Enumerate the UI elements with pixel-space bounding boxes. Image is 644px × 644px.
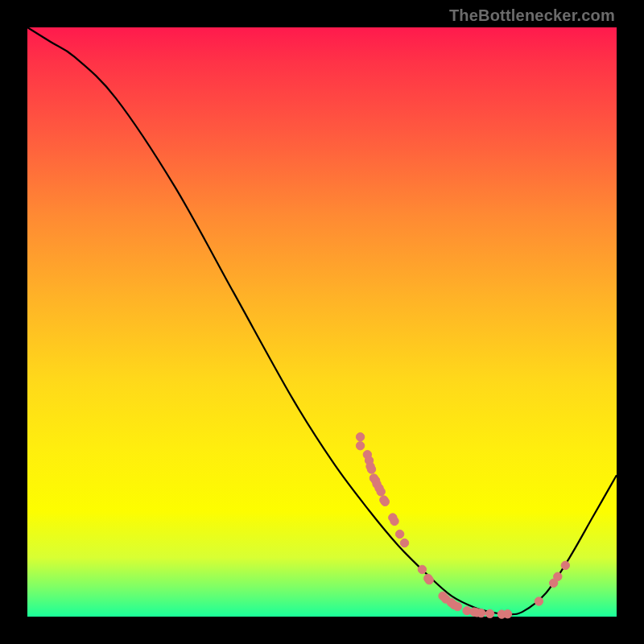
data-point — [390, 517, 398, 525]
data-point — [425, 576, 433, 584]
watermark-text: TheBottlenecker.com — [449, 6, 615, 25]
plot-area — [27, 27, 617, 617]
data-point — [381, 497, 389, 506]
data-point — [554, 572, 562, 580]
data-point — [395, 530, 403, 538]
data-point — [477, 609, 485, 617]
bottleneck-curve — [27, 27, 617, 614]
data-point — [535, 597, 543, 605]
data-point — [367, 465, 375, 473]
data-point — [356, 433, 364, 441]
data-points — [356, 433, 569, 619]
data-point — [485, 609, 493, 617]
data-point — [561, 561, 569, 569]
data-point — [503, 610, 511, 618]
data-point — [418, 565, 426, 573]
data-point — [400, 539, 408, 547]
data-point — [453, 602, 461, 610]
chart-stage: TheBottlenecker.com — [0, 0, 644, 644]
chart-svg — [27, 27, 617, 617]
data-point — [377, 488, 385, 496]
data-point — [356, 442, 364, 450]
